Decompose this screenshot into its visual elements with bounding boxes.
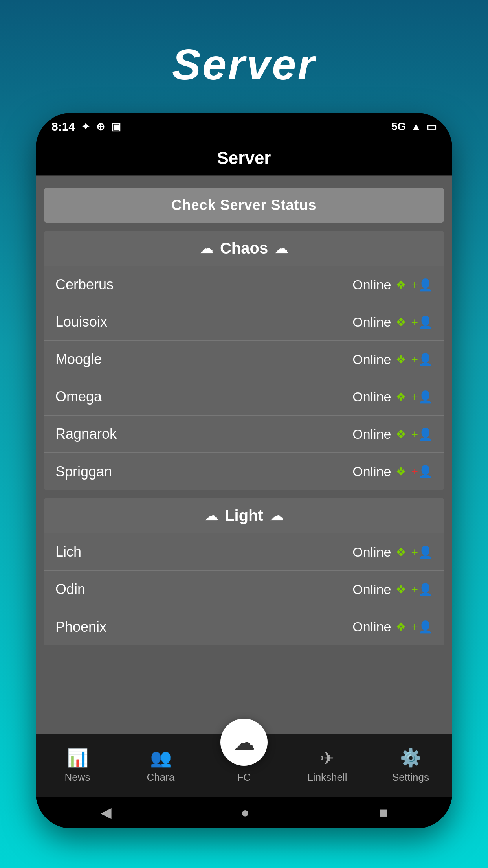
light-group-name: Light — [225, 507, 263, 524]
linkshell-icon: ✈ — [320, 748, 335, 768]
server-status-moogle: Online ❖ +👤 — [352, 352, 433, 367]
nav-label-fc: FC — [237, 771, 251, 783]
nav-item-news[interactable]: 📊 News — [36, 748, 119, 783]
settings-icon: ⚙️ — [400, 748, 422, 768]
light-group: ☁ Light ☁ Lich Online ❖ +👤 Odin Online ❖… — [44, 498, 444, 645]
system-nav: ◀ ● ■ — [36, 797, 452, 828]
server-status-ragnarok: Online ❖ +👤 — [352, 427, 433, 442]
status-bar: 8:14 ✦ ⊕ ▣ 5G ▲ ▭ — [36, 113, 452, 140]
server-row-cerberus[interactable]: Cerberus Online ❖ +👤 — [44, 266, 444, 303]
chaos-group-name: Chaos — [220, 239, 268, 257]
server-status-cerberus: Online ❖ +👤 — [352, 277, 433, 292]
nav-center-server-button[interactable]: ☁ — [220, 719, 268, 766]
server-name-cerberus: Cerberus — [55, 276, 114, 293]
back-button[interactable]: ◀ — [101, 804, 112, 821]
status-online-odin: Online — [352, 582, 391, 597]
add-user-icon-omega: +👤 — [411, 390, 433, 404]
location-icon: ✦ — [81, 121, 90, 133]
status-left: 8:14 ✦ ⊕ ▣ — [51, 120, 121, 133]
cloud-left-icon: ☁ — [200, 240, 214, 257]
diamond-icon-cerberus: ❖ — [396, 278, 406, 292]
server-row-spriggan[interactable]: Spriggan Online ❖ +👤 — [44, 453, 444, 490]
diamond-icon-phoenix: ❖ — [396, 620, 406, 634]
status-online-ragnarok: Online — [352, 427, 391, 442]
status-right: 5G ▲ ▭ — [391, 120, 437, 133]
sd-icon: ▣ — [111, 121, 121, 133]
status-time: 8:14 — [51, 120, 75, 133]
server-row-phoenix[interactable]: Phoenix Online ❖ +👤 — [44, 608, 444, 645]
server-status-odin: Online ❖ +👤 — [352, 582, 433, 597]
home-button[interactable]: ● — [241, 804, 250, 821]
server-name-moogle: Moogle — [55, 351, 102, 368]
nav-label-chara: Chara — [147, 771, 175, 783]
chara-icon: 👥 — [150, 748, 172, 768]
nav-label-news: News — [64, 771, 90, 783]
server-name-lich: Lich — [55, 544, 81, 560]
nav-item-linkshell[interactable]: ✈ Linkshell — [286, 748, 369, 783]
network-type: 5G — [391, 120, 406, 133]
add-user-icon-louisoix: +👤 — [411, 315, 433, 329]
battery-icon: ▭ — [426, 120, 437, 133]
signal-icon: ▲ — [411, 120, 422, 133]
server-name-louisoix: Louisoix — [55, 314, 107, 330]
add-user-icon-moogle: +👤 — [411, 353, 433, 366]
server-name-phoenix: Phoenix — [55, 619, 106, 635]
bottom-nav: 📊 News 👥 Chara ❖ FC ✈ Linkshell ☁ ⚙️ Set… — [36, 734, 452, 797]
status-online-louisoix: Online — [352, 314, 391, 330]
diamond-icon-spriggan: ❖ — [396, 465, 406, 478]
diamond-icon-lich: ❖ — [396, 545, 406, 559]
add-user-icon-spriggan: +👤 — [411, 465, 433, 478]
add-user-icon-odin: +👤 — [411, 583, 433, 596]
server-status-spriggan: Online ❖ +👤 — [352, 464, 433, 479]
status-online-cerberus: Online — [352, 277, 391, 292]
content-area: Check Server Status ☁ Chaos ☁ Cerberus O… — [36, 176, 452, 734]
news-icon: 📊 — [67, 748, 88, 768]
check-server-status-button[interactable]: Check Server Status — [44, 188, 444, 223]
phone-container: 8:14 ✦ ⊕ ▣ 5G ▲ ▭ Server Check Server St… — [36, 113, 452, 828]
diamond-icon-odin: ❖ — [396, 583, 406, 596]
app-bar: Server — [36, 140, 452, 176]
add-user-icon-cerberus: +👤 — [411, 278, 433, 292]
server-row-moogle[interactable]: Moogle Online ❖ +👤 — [44, 341, 444, 378]
chaos-group-header: ☁ Chaos ☁ — [44, 231, 444, 266]
status-online-moogle: Online — [352, 352, 391, 367]
app-bar-title: Server — [217, 148, 271, 168]
diamond-icon-louisoix: ❖ — [396, 315, 406, 329]
server-name-omega: Omega — [55, 388, 102, 405]
light-group-header: ☁ Light ☁ — [44, 498, 444, 533]
nav-label-settings: Settings — [392, 771, 429, 783]
cloud-right-icon: ☁ — [274, 240, 288, 257]
diamond-icon-ragnarok: ❖ — [396, 427, 406, 441]
cloud-left-light-icon: ☁ — [204, 508, 218, 524]
server-name-odin: Odin — [55, 581, 85, 598]
status-online-lich: Online — [352, 544, 391, 560]
server-row-lich[interactable]: Lich Online ❖ +👤 — [44, 533, 444, 571]
diamond-icon-moogle: ❖ — [396, 353, 406, 366]
server-row-omega[interactable]: Omega Online ❖ +👤 — [44, 378, 444, 416]
cloud-center-icon: ☁ — [233, 730, 255, 755]
server-row-ragnarok[interactable]: Ragnarok Online ❖ +👤 — [44, 416, 444, 453]
server-name-ragnarok: Ragnarok — [55, 426, 117, 442]
nav-label-linkshell: Linkshell — [307, 771, 347, 783]
server-name-spriggan: Spriggan — [55, 463, 112, 480]
server-row-louisoix[interactable]: Louisoix Online ❖ +👤 — [44, 303, 444, 341]
server-status-omega: Online ❖ +👤 — [352, 389, 433, 405]
status-online-omega: Online — [352, 389, 391, 405]
page-title: Server — [172, 39, 316, 89]
server-status-louisoix: Online ❖ +👤 — [352, 314, 433, 330]
diamond-icon-omega: ❖ — [396, 390, 406, 404]
nav-item-chara[interactable]: 👥 Chara — [119, 748, 202, 783]
server-status-phoenix: Online ❖ +👤 — [352, 619, 433, 634]
cloud-right-light-icon: ☁ — [270, 508, 284, 524]
recents-button[interactable]: ■ — [379, 804, 388, 821]
add-user-icon-ragnarok: +👤 — [411, 427, 433, 441]
add-user-icon-phoenix: +👤 — [411, 620, 433, 634]
add-user-icon-lich: +👤 — [411, 545, 433, 559]
server-status-lich: Online ❖ +👤 — [352, 544, 433, 560]
vpn-icon: ⊕ — [96, 121, 105, 133]
status-online-spriggan: Online — [352, 464, 391, 479]
status-online-phoenix: Online — [352, 619, 391, 634]
nav-item-settings[interactable]: ⚙️ Settings — [369, 748, 452, 783]
chaos-group: ☁ Chaos ☁ Cerberus Online ❖ +👤 Louisoix … — [44, 231, 444, 490]
server-row-odin[interactable]: Odin Online ❖ +👤 — [44, 571, 444, 608]
